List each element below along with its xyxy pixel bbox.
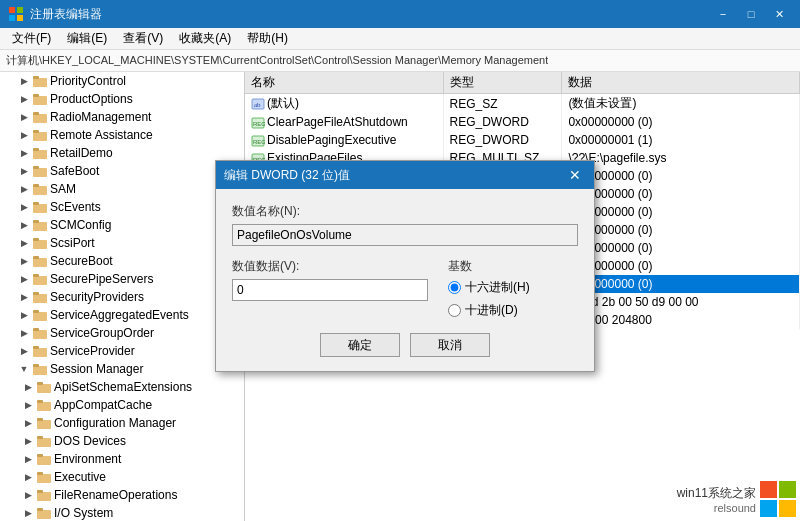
dialog-cancel-button[interactable]: 取消 [410,333,490,357]
svg-rect-86 [760,481,777,498]
radio-decimal-label[interactable]: 十进制(D) [448,302,578,319]
value-name-label: 数值名称(N): [232,203,578,220]
radio-hex[interactable] [448,281,461,294]
value-data-input[interactable] [232,279,428,301]
radio-decimal-text: 十进制(D) [465,302,518,319]
base-label: 基数 [448,258,578,275]
dialog-buttons: 确定 取消 [232,333,578,361]
watermark-site: relsound [677,502,756,514]
edit-dword-dialog: 编辑 DWORD (32 位)值 ✕ 数值名称(N): 数值数据(V): 基数 … [215,160,595,372]
value-data-section: 数值数据(V): [232,258,428,301]
base-radio-group: 十六进制(H) 十进制(D) [448,279,578,319]
dialog-ok-button[interactable]: 确定 [320,333,400,357]
watermark-text-block: win11系统之家 relsound [677,485,756,514]
base-section: 基数 十六进制(H) 十进制(D) [448,258,578,319]
svg-rect-89 [779,500,796,517]
dialog-data-row: 数值数据(V): 基数 十六进制(H) 十进制(D) [232,258,578,319]
radio-hex-text: 十六进制(H) [465,279,530,296]
dialog-close-button[interactable]: ✕ [564,165,586,185]
dialog-body: 数值名称(N): 数值数据(V): 基数 十六进制(H) [216,189,594,371]
dialog-titlebar: 编辑 DWORD (32 位)值 ✕ [216,161,594,189]
value-name-input[interactable] [232,224,578,246]
svg-rect-88 [760,500,777,517]
radio-decimal[interactable] [448,304,461,317]
dialog-overlay: 编辑 DWORD (32 位)值 ✕ 数值名称(N): 数值数据(V): 基数 … [0,0,800,521]
watermark-brand: win11系统之家 [677,485,756,502]
dialog-title: 编辑 DWORD (32 位)值 [224,167,564,184]
watermark-logo [760,481,796,517]
value-data-label: 数值数据(V): [232,258,428,275]
radio-hex-label[interactable]: 十六进制(H) [448,279,578,296]
svg-rect-87 [779,481,796,498]
watermark: win11系统之家 relsound [677,481,796,517]
